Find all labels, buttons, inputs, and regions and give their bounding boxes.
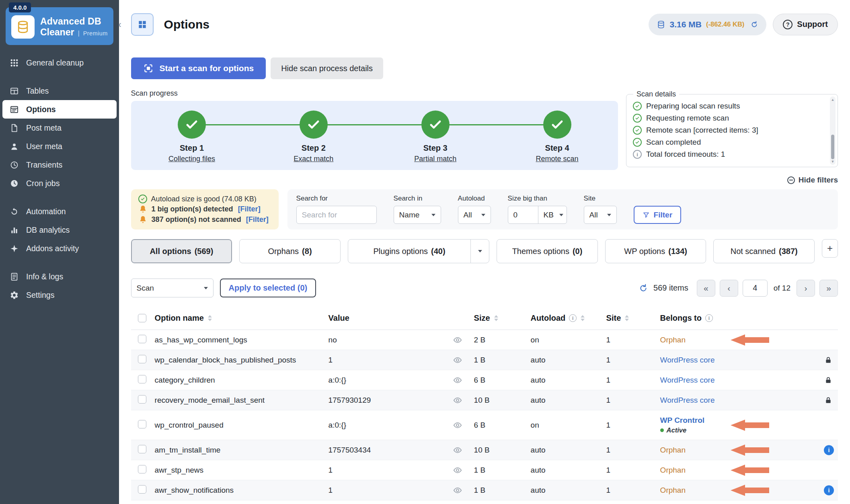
- page-icon: [131, 13, 154, 36]
- filter-panel: Search for Search in Name Autoload Al: [287, 189, 838, 229]
- tab-not-scanned[interactable]: Not scanned(387): [713, 239, 815, 263]
- page-input[interactable]: [743, 280, 768, 297]
- autoload-select[interactable]: All: [458, 206, 491, 224]
- page-total: of 12: [774, 284, 790, 293]
- scroll-down-icon[interactable]: ▼: [831, 160, 835, 164]
- sidebar-item-label: Info & logs: [26, 272, 63, 281]
- row-checkbox[interactable]: [138, 355, 146, 363]
- sidebar-item-user-meta[interactable]: User meta: [0, 137, 119, 156]
- eye-icon[interactable]: [453, 395, 462, 405]
- sidebar-item-post-meta[interactable]: Post meta: [0, 119, 119, 137]
- eye-icon[interactable]: [453, 355, 462, 365]
- collapse-sidebar-icon[interactable]: ‹: [116, 18, 124, 31]
- chevron-down-icon: [559, 214, 563, 216]
- options-table: Option name Value Size Autoload i Sit: [131, 307, 838, 500]
- column-belongs-to[interactable]: Belongs to: [660, 313, 702, 323]
- notice-filter-link[interactable]: [Filter]: [246, 215, 269, 224]
- sidebar-item-automation[interactable]: Automation: [0, 202, 119, 221]
- tab-orphans[interactable]: Orphans(8): [239, 239, 341, 263]
- prev-page-button[interactable]: ‹: [720, 280, 738, 297]
- eye-icon[interactable]: [453, 465, 462, 475]
- row-checkbox[interactable]: [138, 395, 146, 404]
- notice-filter-link[interactable]: [Filter]: [238, 205, 261, 213]
- next-page-button[interactable]: ›: [797, 280, 815, 297]
- size-input[interactable]: [508, 206, 538, 224]
- tab-wp-options[interactable]: WP options(134): [605, 239, 706, 263]
- sort-icon[interactable]: [494, 315, 498, 321]
- select-all-checkbox[interactable]: [138, 314, 146, 322]
- refresh-size-icon[interactable]: [750, 20, 758, 29]
- refresh-list-icon[interactable]: [639, 283, 648, 293]
- row-checkbox[interactable]: [138, 420, 146, 428]
- belongs-to[interactable]: WordPress core: [660, 376, 715, 385]
- column-site[interactable]: Site: [606, 313, 621, 323]
- support-button[interactable]: ? Support: [773, 14, 838, 35]
- sidebar-item-general-cleanup[interactable]: General cleanup: [0, 53, 119, 72]
- size-label: Size big than: [508, 195, 567, 203]
- column-option-name[interactable]: Option name: [155, 313, 204, 323]
- row-checkbox[interactable]: [138, 445, 146, 453]
- search-in-select[interactable]: Name: [394, 206, 441, 224]
- last-page-button[interactable]: »: [819, 280, 838, 297]
- belongs-to[interactable]: WordPress core: [660, 356, 715, 365]
- option-site: 1: [601, 486, 655, 495]
- column-value[interactable]: Value: [329, 313, 349, 323]
- search-in-label: Search in: [394, 195, 441, 203]
- sort-icon[interactable]: [625, 315, 629, 321]
- row-checkbox[interactable]: [138, 375, 146, 383]
- scrollbar[interactable]: ▲ ▼: [830, 96, 836, 165]
- step-subtitle[interactable]: Remote scan: [496, 155, 618, 163]
- eye-icon[interactable]: [453, 420, 462, 430]
- size-unit-select[interactable]: KB: [538, 206, 567, 224]
- option-name: category_children: [150, 376, 323, 385]
- info-icon[interactable]: i: [705, 314, 713, 322]
- belongs-to[interactable]: WP Crontrol: [660, 416, 704, 425]
- chevron-down-icon[interactable]: [470, 240, 489, 263]
- tab-all-options[interactable]: All options(569): [131, 239, 232, 263]
- sidebar-item-db-analytics[interactable]: DB analytics: [0, 221, 119, 239]
- option-value: no: [329, 336, 337, 344]
- column-size[interactable]: Size: [474, 313, 490, 323]
- sort-icon[interactable]: [581, 315, 585, 321]
- eye-icon[interactable]: [453, 445, 462, 455]
- eye-icon[interactable]: [453, 375, 462, 385]
- row-checkbox[interactable]: [138, 485, 146, 494]
- info-icon[interactable]: i: [824, 445, 834, 455]
- first-page-button[interactable]: «: [697, 280, 715, 297]
- hide-scan-details-button[interactable]: Hide scan process details: [271, 57, 383, 79]
- info-icon[interactable]: i: [824, 485, 834, 495]
- start-scan-button[interactable]: Start a scan for options: [131, 57, 266, 79]
- eye-icon[interactable]: [453, 335, 462, 345]
- row-checkbox[interactable]: [138, 465, 146, 473]
- belongs-to[interactable]: WordPress core: [660, 396, 715, 405]
- sort-icon[interactable]: [208, 315, 212, 321]
- scroll-up-icon[interactable]: ▲: [831, 98, 835, 102]
- info-icon[interactable]: i: [569, 314, 577, 322]
- brand-line1: Advanced DB: [40, 16, 108, 27]
- sidebar-item-tables[interactable]: Tables: [0, 82, 119, 100]
- row-checkbox[interactable]: [138, 335, 146, 343]
- scan-detail-text: Remote scan [corrected items: 3]: [646, 126, 758, 135]
- sidebar-item-transients[interactable]: Transients: [0, 156, 119, 174]
- sidebar-item-settings[interactable]: Settings: [0, 286, 119, 304]
- hide-filters-link[interactable]: Hide filters: [787, 176, 838, 184]
- sidebar-item-info-logs[interactable]: Info & logs: [0, 267, 119, 286]
- step-subtitle[interactable]: Partial match: [374, 155, 496, 163]
- step-subtitle[interactable]: Collecting files: [131, 155, 253, 163]
- site-select[interactable]: All: [584, 206, 617, 224]
- scroll-thumb[interactable]: [831, 135, 834, 159]
- apply-to-selected-button[interactable]: Apply to selected (0): [220, 279, 316, 297]
- sidebar-item-options[interactable]: Options: [2, 100, 117, 119]
- tab-themes-options[interactable]: Themes options(0): [497, 239, 598, 263]
- column-autoload[interactable]: Autoload: [531, 313, 566, 323]
- sidebar-item-addons-activity[interactable]: Addons activity: [0, 239, 119, 258]
- step-subtitle[interactable]: Exact match: [253, 155, 374, 163]
- tab-plugins-options[interactable]: Plugins options(40): [348, 239, 489, 263]
- add-tab-button[interactable]: +: [822, 239, 838, 258]
- highlight-arrow: [731, 334, 769, 346]
- eye-icon[interactable]: [453, 486, 462, 495]
- search-input[interactable]: [296, 206, 377, 224]
- sidebar-item-cron-jobs[interactable]: Cron jobs: [0, 174, 119, 193]
- filter-button[interactable]: Filter: [634, 206, 681, 224]
- bulk-action-select[interactable]: Scan: [131, 279, 214, 297]
